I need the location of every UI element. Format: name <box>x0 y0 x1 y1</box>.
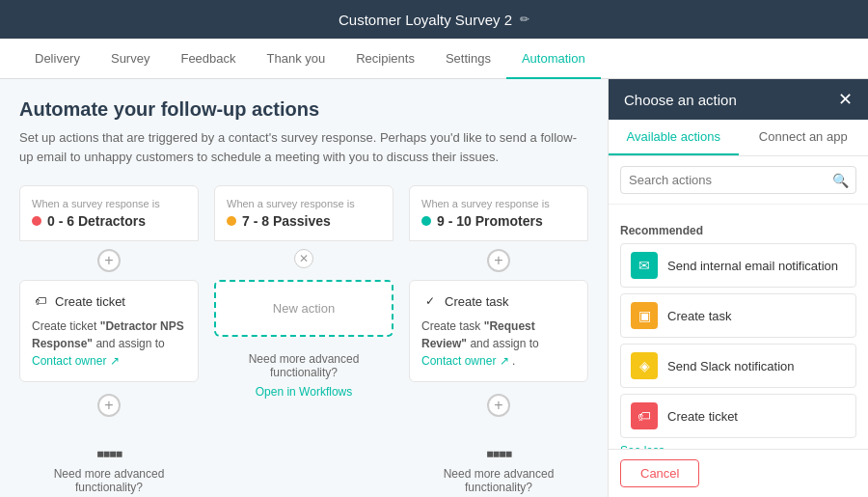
promoters-range-label: 9 - 10 Promoters <box>437 213 543 229</box>
new-action-placeholder[interactable]: New action <box>214 280 393 337</box>
column-passives: When a survey response is 7 - 8 Passives… <box>214 185 393 497</box>
cancel-button[interactable]: Cancel <box>620 459 699 487</box>
action-slack-label: Send Slack notification <box>667 359 795 373</box>
tab-thank-you[interactable]: Thank you <box>252 40 341 79</box>
action-item-email[interactable]: ✉ Send internal email notification <box>620 243 856 288</box>
panel-title: Choose an action <box>624 92 737 108</box>
tab-connect-app[interactable]: Connect an app <box>739 120 869 155</box>
main-layout: Automate your follow-up actions Set up a… <box>0 79 868 497</box>
panel-tabs: Available actions Connect an app <box>609 120 868 156</box>
promoters-response-label: When a survey response is <box>421 198 576 209</box>
column-promoters: When a survey response is 9 - 10 Promote… <box>409 185 588 497</box>
tab-survey[interactable]: Survey <box>95 40 165 79</box>
promoters-action-card: ✓ Create task Create task "Request Revie… <box>409 280 588 382</box>
promoters-range: 9 - 10 Promoters <box>421 213 576 229</box>
promoters-add-button-2[interactable]: + <box>487 394 510 417</box>
passives-workflow-label: Need more advanced functionality? <box>222 352 386 379</box>
detractors-add-row-2: + <box>19 386 199 425</box>
action-list: Recommended ✉ Send internal email notifi… <box>609 205 868 449</box>
detractors-action-header: 🏷 Create ticket <box>32 292 186 310</box>
passives-workflow-link[interactable]: Open in Workflows <box>256 385 352 399</box>
search-input[interactable] <box>620 166 856 194</box>
panel-close-button[interactable]: ✕ <box>838 91 853 108</box>
promoters-action-header: ✓ Create task <box>421 292 576 310</box>
search-row: 🔍 <box>609 156 868 205</box>
passives-response-label: When a survey response is <box>227 198 381 209</box>
task-icon: ✓ <box>421 292 439 310</box>
detractors-action-desc: Create ticket "Detractor NPS Response" a… <box>32 318 186 370</box>
detractors-action-label: Create ticket <box>55 294 125 309</box>
detractors-add-button-2[interactable]: + <box>97 394 121 417</box>
content-title: Automate your follow-up actions <box>19 98 588 121</box>
tab-feedback[interactable]: Feedback <box>165 40 251 79</box>
action-item-ticket[interactable]: 🏷 Create ticket <box>620 394 856 438</box>
passives-range: 7 - 8 Passives <box>227 213 381 229</box>
email-icon: ✉ <box>631 252 658 279</box>
passives-header: When a survey response is 7 - 8 Passives <box>214 185 393 241</box>
edit-icon[interactable]: ✏ <box>520 13 529 26</box>
action-ticket-label: Create ticket <box>667 409 738 424</box>
promoters-add-button[interactable]: + <box>487 249 510 272</box>
right-panel: Choose an action ✕ Available actions Con… <box>608 79 868 497</box>
detractors-barcode-icon: ▪▪▪▪ <box>27 440 191 467</box>
tab-available-actions[interactable]: Available actions <box>609 120 739 155</box>
action-task-label: Create task <box>667 309 731 323</box>
detractors-range: 0 - 6 Detractors <box>32 213 186 229</box>
ticket-list-icon: 🏷 <box>631 402 658 429</box>
panel-header: Choose an action ✕ <box>609 79 868 120</box>
promoters-header: When a survey response is 9 - 10 Promote… <box>409 185 588 241</box>
tab-delivery[interactable]: Delivery <box>19 40 95 79</box>
tab-recipients[interactable]: Recipients <box>340 40 430 79</box>
tab-settings[interactable]: Settings <box>430 40 506 79</box>
new-action-label: New action <box>273 301 335 316</box>
action-email-label: Send internal email notification <box>667 259 838 273</box>
panel-footer: Cancel <box>609 449 868 497</box>
recommended-section-label: Recommended <box>620 224 856 237</box>
detractors-header: When a survey response is 0 - 6 Detracto… <box>19 185 199 241</box>
detractors-dot <box>32 216 41 226</box>
nav-tabs: Delivery Survey Feedback Thank you Recip… <box>0 39 868 79</box>
column-detractors: When a survey response is 0 - 6 Detracto… <box>19 185 199 497</box>
action-item-task[interactable]: ▣ Create task <box>620 293 856 338</box>
detractors-add-row: + <box>19 241 199 280</box>
page-title: Customer Loyalty Survey 2 <box>339 12 512 28</box>
app-header: Customer Loyalty Survey 2 ✏ <box>0 0 868 39</box>
promoters-dot <box>421 216 431 226</box>
contact-owner-link-2[interactable]: Contact owner ↗ <box>421 354 509 368</box>
promoters-workflow-section: ▪▪▪▪ Need more advanced functionality? O… <box>409 432 588 497</box>
passives-remove-button[interactable]: ✕ <box>294 249 313 268</box>
slack-icon: ◈ <box>631 352 658 379</box>
passives-remove-row: ✕ <box>214 241 393 280</box>
tab-automation[interactable]: Automation <box>506 40 601 79</box>
promoters-workflow-label: Need more advanced functionality? <box>417 467 581 494</box>
contact-owner-link-1[interactable]: Contact owner ↗ <box>32 354 120 368</box>
detractors-range-label: 0 - 6 Detractors <box>47 213 146 229</box>
action-item-slack[interactable]: ◈ Send Slack notification <box>620 344 856 388</box>
task-list-icon: ▣ <box>631 302 658 329</box>
detractors-response-label: When a survey response is <box>32 198 186 209</box>
passives-workflow-section: Need more advanced functionality? Open i… <box>214 345 393 406</box>
passives-dot <box>227 216 236 226</box>
detractors-action-card: 🏷 Create ticket Create ticket "Detractor… <box>19 280 199 382</box>
automation-columns: When a survey response is 0 - 6 Detracto… <box>19 185 588 497</box>
promoters-barcode-icon: ▪▪▪▪ <box>417 440 581 467</box>
detractors-add-button[interactable]: + <box>97 249 121 272</box>
promoters-add-row: + <box>409 241 588 280</box>
promoters-add-row-2: + <box>409 386 588 425</box>
passives-range-label: 7 - 8 Passives <box>242 213 331 229</box>
content-description: Set up actions that are triggered by a c… <box>19 128 588 166</box>
header-title-group: Customer Loyalty Survey 2 ✏ <box>339 12 529 28</box>
promoters-action-desc: Create task "Request Review" and assign … <box>421 318 576 370</box>
detractors-workflow-section: ▪▪▪▪ Need more advanced functionality? O… <box>19 432 199 497</box>
ticket-icon: 🏷 <box>32 292 49 310</box>
search-icon: 🔍 <box>832 173 849 188</box>
promoters-action-label: Create task <box>445 294 508 309</box>
content-area: Automate your follow-up actions Set up a… <box>0 79 608 497</box>
detractors-workflow-label: Need more advanced functionality? <box>27 467 191 494</box>
